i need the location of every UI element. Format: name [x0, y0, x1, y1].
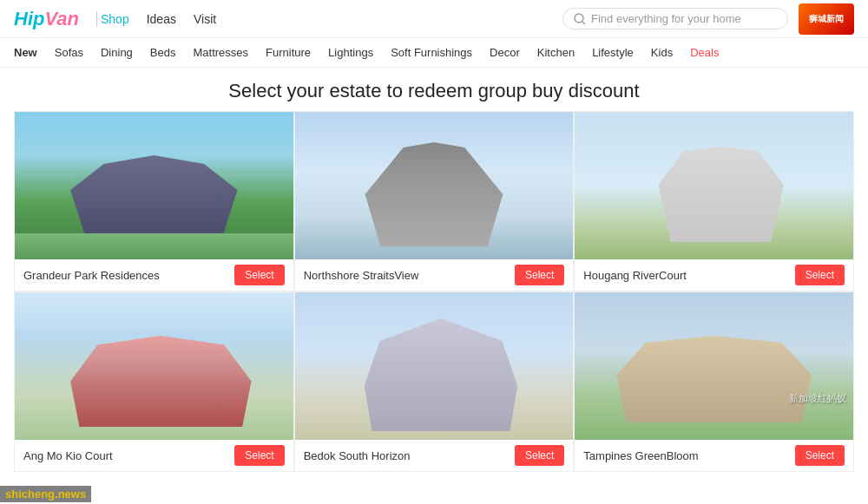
select-button-1[interactable]: Select	[515, 265, 564, 285]
estate-footer-5: Tampines GreenBloom Select	[575, 440, 853, 471]
nav-sofas[interactable]: Sofas	[55, 46, 83, 59]
estate-card-0: Grandeur Park Residences Select	[14, 111, 294, 291]
select-button-0[interactable]: Select	[234, 265, 284, 285]
nav-ideas[interactable]: Ideas	[147, 12, 176, 26]
bottom-watermark: shicheng.news	[0, 486, 91, 502]
nav-kids[interactable]: Kids	[651, 46, 673, 59]
estate-name-3: Ang Mo Kio Court	[23, 449, 113, 462]
estate-grid: Grandeur Park Residences Select Northsho…	[0, 111, 868, 472]
select-button-4[interactable]: Select	[515, 445, 564, 466]
estate-image-5: 新加坡红蚂蚁	[575, 292, 853, 440]
search-bar[interactable]: Find everything for your home	[562, 8, 788, 29]
nav-mattresses[interactable]: Mattresses	[193, 46, 248, 59]
select-button-3[interactable]: Select	[234, 445, 284, 466]
estate-card-4: Bedok South Horizon Select	[294, 291, 575, 472]
select-button-5[interactable]: Select	[795, 445, 845, 466]
wechat-watermark: 新加坡红蚂蚁	[789, 392, 846, 405]
nav-decor[interactable]: Decor	[490, 46, 520, 59]
nav-shop[interactable]: Shop	[101, 12, 129, 26]
nav-furniture[interactable]: Furniture	[266, 46, 311, 59]
svg-line-1	[582, 22, 585, 24]
watermark-top-right: 狮城新闻	[799, 3, 854, 35]
estate-footer-4: Bedok South Horizon Select	[295, 440, 574, 471]
logo-divider	[96, 11, 97, 27]
estate-name-4: Bedok South Horizon	[304, 449, 411, 462]
estate-card-1: Northshore StraitsView Select	[294, 111, 575, 291]
nav-beds[interactable]: Beds	[150, 46, 176, 59]
estate-card-5: 新加坡红蚂蚁 Tampines GreenBloom Select	[574, 291, 854, 472]
nav-deals[interactable]: Deals	[690, 46, 719, 59]
nav-bar: New Sofas Dining Beds Mattresses Furnitu…	[0, 38, 868, 68]
estate-image-2	[575, 112, 853, 259]
nav-new[interactable]: New	[14, 46, 37, 59]
estate-name-0: Grandeur Park Residences	[23, 269, 160, 282]
logo[interactable]: HipVan	[14, 8, 79, 30]
page-title: Select your estate to redeem group buy d…	[0, 68, 868, 111]
estate-image-0	[15, 112, 293, 259]
estate-footer-2: Hougang RiverCourt Select	[575, 259, 853, 291]
estate-image-4	[295, 292, 574, 440]
estate-card-2: Hougang RiverCourt Select	[574, 111, 854, 291]
select-button-2[interactable]: Select	[795, 265, 845, 285]
header: HipVan Shop Ideas Visit Find everything …	[0, 0, 868, 38]
estate-footer-1: Northshore StraitsView Select	[295, 259, 574, 291]
estate-image-1	[295, 112, 574, 259]
estate-footer-0: Grandeur Park Residences Select	[15, 259, 293, 291]
nav-visit[interactable]: Visit	[194, 12, 216, 26]
nav-lifestyle[interactable]: Lifestyle	[592, 46, 634, 59]
header-nav: Shop Ideas Visit	[101, 12, 562, 26]
svg-point-0	[575, 14, 583, 23]
estate-image-3	[15, 292, 293, 440]
nav-lightings[interactable]: Lightings	[328, 46, 373, 59]
nav-kitchen[interactable]: Kitchen	[537, 46, 575, 59]
estate-name-2: Hougang RiverCourt	[583, 269, 687, 282]
search-placeholder: Find everything for your home	[591, 12, 741, 25]
nav-soft-furnishings[interactable]: Soft Furnishings	[391, 46, 472, 59]
nav-dining[interactable]: Dining	[101, 46, 133, 59]
estate-name-5: Tampines GreenBloom	[583, 449, 698, 462]
estate-card-3: Ang Mo Kio Court Select	[14, 291, 294, 472]
estate-name-1: Northshore StraitsView	[304, 269, 419, 282]
estate-footer-3: Ang Mo Kio Court Select	[15, 440, 293, 471]
search-icon	[574, 13, 586, 25]
